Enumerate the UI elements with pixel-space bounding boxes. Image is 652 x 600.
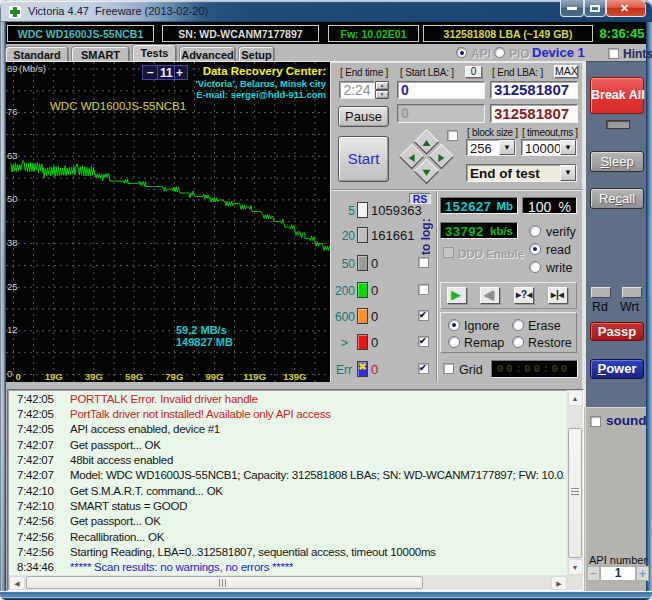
svg-text:25: 25 (7, 281, 18, 292)
svg-text:119G: 119G (243, 371, 266, 382)
svg-text:79G: 79G (165, 371, 183, 382)
svg-text:63: 63 (7, 150, 18, 161)
svg-text:Data Recovery Center:: Data Recovery Center: (203, 65, 326, 77)
svg-text:76: 76 (7, 106, 18, 117)
svg-text:139G: 139G (283, 371, 306, 382)
svg-text:0: 0 (7, 368, 12, 379)
svg-text:'Victoria', Belarus, Minsk cit: 'Victoria', Belarus, Minsk city (195, 78, 326, 89)
svg-text:99G: 99G (206, 371, 224, 382)
svg-text:59,2 MB/s: 59,2 MB/s (176, 324, 227, 336)
svg-text:39G: 39G (85, 371, 103, 382)
svg-text:50: 50 (7, 193, 18, 204)
svg-text:19G: 19G (45, 371, 63, 382)
svg-text:(Mb/s): (Mb/s) (19, 63, 46, 74)
svg-text:38: 38 (7, 237, 18, 248)
svg-text:E-mail: sergei@hdd-911.com: E-mail: sergei@hdd-911.com (196, 89, 326, 100)
svg-text:0: 0 (16, 371, 21, 382)
svg-text:WDC WD1600JS-55NCB1: WDC WD1600JS-55NCB1 (50, 100, 186, 112)
svg-text:89: 89 (7, 63, 18, 74)
svg-text:149827 MB: 149827 MB (176, 336, 233, 348)
svg-text:12: 12 (7, 324, 18, 335)
svg-text:59G: 59G (125, 371, 143, 382)
